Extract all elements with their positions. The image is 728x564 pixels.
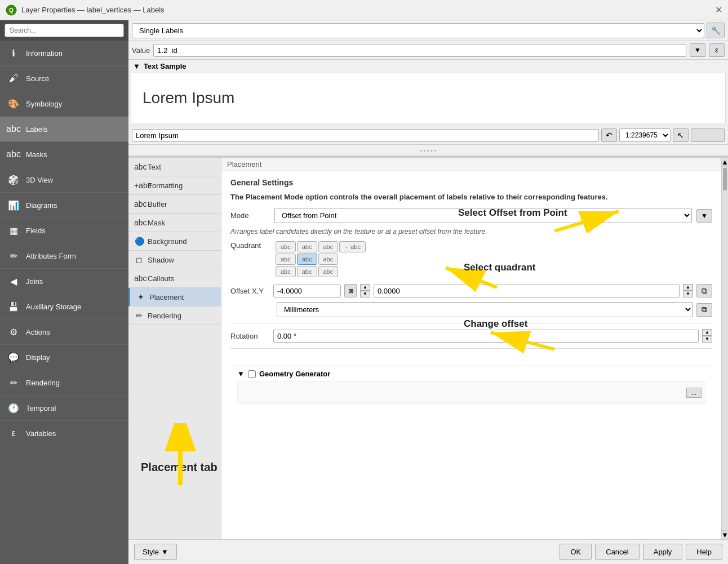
drag-handle[interactable]: • • • • • — [128, 145, 728, 156]
rendering-icon: ✏ — [7, 376, 20, 389]
sub-nav-item-callouts[interactable]: abc Callouts — [128, 269, 221, 288]
panel-scrollbar[interactable]: ▲ ▼ — [721, 158, 728, 539]
sidebar-search-input[interactable] — [5, 24, 124, 37]
sidebar-item-information[interactable]: ℹ Information — [0, 41, 128, 66]
toolbar-settings-button[interactable]: 🔧 — [707, 23, 725, 38]
sub-nav-item-formatting[interactable]: +abc Formatting — [128, 176, 221, 195]
text-sub-label: Text — [148, 163, 161, 171]
preview-row: ↶ 1:2239675 ↖ — [128, 126, 728, 145]
sidebar-item-3dview[interactable]: 🎲 3D View — [0, 167, 128, 193]
preview-input[interactable] — [132, 129, 599, 142]
top-toolbar: Single Labels 🔧 — [128, 20, 728, 41]
sidebar-item-rendering[interactable]: ✏ Rendering — [0, 370, 128, 396]
offset-x-down[interactable]: ▼ — [360, 291, 370, 297]
sidebar-item-actions[interactable]: ⚙ Actions — [0, 319, 128, 345]
units-select[interactable]: Millimeters Pixels Points Map Units — [277, 302, 693, 317]
sidebar-item-source[interactable]: 🖌 Source — [0, 66, 128, 91]
offset-x-input[interactable] — [273, 285, 341, 297]
sidebar-item-symbology[interactable]: 🎨 Symbology — [0, 91, 128, 117]
sub-nav-item-buffer[interactable]: abc Buffer — [128, 195, 221, 214]
scrollbar-down[interactable]: ▼ — [722, 530, 728, 539]
value-dropdown-button[interactable]: ▼ — [690, 43, 705, 57]
value-epsilon-button[interactable]: ε — [709, 43, 725, 57]
preview-extra-button[interactable] — [691, 128, 725, 142]
quadrant-row-2: abc abc abc — [276, 254, 366, 265]
source-label: Source — [26, 74, 49, 83]
cancel-button[interactable]: Cancel — [595, 544, 639, 560]
quadrant-btn-tl2[interactable]: ←abc — [339, 241, 366, 252]
offset-x-up[interactable]: ▲ — [360, 284, 370, 291]
offset-y-input[interactable] — [374, 285, 680, 297]
sub-nav-item-background[interactable]: 🔵 Background — [128, 232, 221, 251]
units-row: Millimeters Pixels Points Map Units ⧉ — [230, 302, 712, 317]
geometry-generator-edit-button[interactable]: ... — [686, 388, 702, 398]
sidebar-item-fields[interactable]: ▦ Fields — [0, 218, 128, 243]
labels-mode-select[interactable]: Single Labels — [132, 23, 704, 38]
quadrant-btn-mc[interactable]: abc — [297, 254, 317, 265]
middle-area: abc Text +abc Formatting abc Buffer abc … — [128, 156, 728, 539]
ok-button[interactable]: OK — [560, 544, 592, 560]
quadrant-btn-tr[interactable]: abc — [318, 241, 339, 252]
sidebar-item-attributes-form[interactable]: ✏ Attributes Form — [0, 243, 128, 269]
mode-select[interactable]: Offset from Point — [274, 208, 692, 223]
sidebar-item-labels[interactable]: abc Labels — [0, 117, 128, 142]
quadrant-btn-bc[interactable]: abc — [297, 266, 317, 277]
sidebar-item-temporal[interactable]: 🕐 Temporal — [0, 396, 128, 421]
rotation-row: Rotation ▲ ▼ — [230, 329, 712, 343]
quadrant-grid: abc abc abc ←abc abc abc abc — [276, 241, 366, 278]
sub-nav-item-shadow[interactable]: ◻ Shadow — [128, 251, 221, 269]
panel-section-title: General Settings — [230, 178, 712, 187]
geometry-generator-checkbox[interactable] — [248, 370, 256, 378]
value-input[interactable] — [153, 44, 686, 57]
mask-sub-icon: abc — [134, 218, 144, 227]
offset-y-down[interactable]: ▼ — [683, 291, 693, 297]
sub-nav-item-placement[interactable]: ✦ Placement — [128, 288, 221, 307]
preview-undo-button[interactable]: ↶ — [601, 128, 617, 142]
geometry-generator-collapse: ▼ — [237, 370, 245, 378]
placement-sub-label: Placement — [149, 293, 184, 301]
rotation-down[interactable]: ▼ — [702, 336, 712, 343]
sub-nav-item-text[interactable]: abc Text — [128, 158, 221, 176]
offset-copy-button[interactable]: ⧉ — [696, 284, 712, 297]
text-sub-icon: abc — [134, 162, 144, 171]
quadrant-btn-tc[interactable]: abc — [297, 241, 317, 252]
preview-cursor-button[interactable]: ↖ — [673, 128, 689, 142]
rotation-up[interactable]: ▲ — [702, 329, 712, 336]
quadrant-btn-mr[interactable]: abc — [318, 254, 339, 265]
preview-scale-select[interactable]: 1:2239675 — [619, 128, 671, 142]
offset-row: Offset X,Y ⊠ ▲ ▼ ▲ ▼ ⧉ — [230, 284, 712, 297]
sidebar-item-auxiliary-storage[interactable]: 💾 Auxiliary Storage — [0, 294, 128, 319]
geometry-generator-header[interactable]: ▼ Geometry Generator — [230, 366, 712, 381]
content-area: Single Labels 🔧 Value ▼ ε ▼ Text Sample … — [128, 20, 728, 564]
style-button[interactable]: Style ▼ — [134, 544, 177, 560]
geometry-generator-title: Geometry Generator — [259, 370, 330, 378]
quadrant-btn-bl[interactable]: abc — [276, 266, 296, 277]
callouts-sub-icon: abc — [134, 274, 144, 283]
sidebar-item-masks[interactable]: abc Masks — [0, 142, 128, 167]
scrollbar-thumb[interactable] — [723, 168, 727, 190]
units-copy-button[interactable]: ⧉ — [696, 303, 712, 317]
sidebar-item-joins[interactable]: ◀ Joins — [0, 269, 128, 294]
labels-icon: abc — [7, 122, 20, 136]
apply-button[interactable]: Apply — [643, 544, 683, 560]
quadrant-btn-br[interactable]: abc — [318, 266, 339, 277]
text-sample-header[interactable]: ▼ Text Sample — [128, 60, 728, 73]
sidebar-item-diagrams[interactable]: 📊 Diagrams — [0, 193, 128, 218]
mode-dropdown-arrow[interactable]: ▼ — [696, 209, 712, 223]
background-sub-label: Background — [148, 237, 187, 246]
help-button[interactable]: Help — [686, 544, 722, 560]
offset-y-up[interactable]: ▲ — [683, 284, 693, 291]
rotation-input[interactable] — [273, 330, 699, 343]
scrollbar-up[interactable]: ▲ — [722, 158, 728, 167]
3dview-label: 3D View — [26, 176, 53, 184]
sidebar-item-display[interactable]: 💬 Display — [0, 345, 128, 370]
sidebar-item-variables[interactable]: ε Variables — [0, 421, 128, 446]
quadrant-btn-ml[interactable]: abc — [276, 254, 296, 265]
sub-nav-item-mask[interactable]: abc Mask — [128, 214, 221, 232]
close-button[interactable]: ✕ — [715, 5, 722, 15]
sub-nav-item-rendering[interactable]: ✏ Rendering — [128, 307, 221, 325]
rendering-sub-icon: ✏ — [134, 311, 144, 320]
offset-clear-button[interactable]: ⊠ — [344, 284, 357, 297]
variables-label: Variables — [26, 429, 56, 438]
quadrant-btn-tl[interactable]: abc — [276, 241, 296, 252]
